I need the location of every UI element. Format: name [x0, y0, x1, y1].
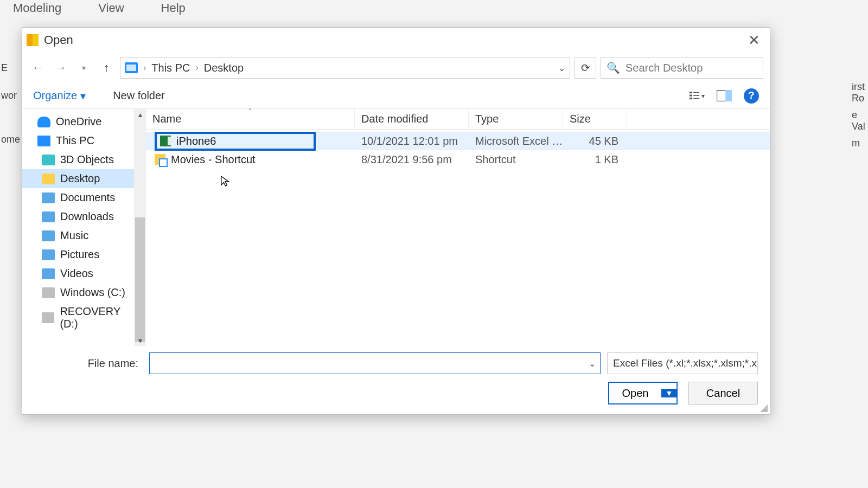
pc-icon — [125, 62, 138, 73]
address-dropdown-icon[interactable]: ⌄ — [558, 63, 565, 73]
refresh-icon: ⟳ — [581, 61, 590, 74]
filename-input[interactable]: ⌄ — [149, 352, 601, 374]
breadcrumb-item[interactable]: Desktop — [204, 62, 244, 74]
file-date: 10/1/2021 12:01 pm — [355, 135, 469, 147]
open-split-button[interactable]: ▼ — [661, 389, 676, 397]
tree-item-label: Pictures — [60, 248, 99, 261]
search-placeholder: Search Desktop — [626, 62, 703, 74]
cloud-icon — [37, 117, 50, 127]
tree-item-3d-objects[interactable]: 3D Objects — [22, 150, 146, 169]
folder-icon — [42, 174, 55, 184]
titlebar: Open ✕ — [22, 28, 770, 53]
resize-grip-icon[interactable] — [759, 403, 768, 412]
svg-rect-3 — [693, 92, 699, 93]
open-button[interactable]: Open ▼ — [608, 382, 678, 404]
tree-item-music[interactable]: Music — [22, 226, 146, 245]
tree-item-label: Documents — [60, 191, 115, 204]
tree-item-downloads[interactable]: Downloads — [22, 207, 146, 226]
file-list-area: ˄ Name Date modified Type Size iPhone610… — [146, 109, 770, 346]
view-list-button[interactable]: ▾ — [690, 90, 705, 102]
cancel-button-label: Cancel — [706, 387, 740, 400]
tree-item-label: This PC — [56, 134, 94, 147]
disc-icon — [42, 287, 55, 298]
dialog-title: Open — [44, 33, 73, 47]
tree-item-pictures[interactable]: Pictures — [22, 245, 146, 264]
svg-rect-7 — [725, 90, 732, 101]
filetype-select[interactable]: Excel Files (*.xl;*.xlsx;*.xlsm;*.xl ⌄ — [607, 352, 758, 374]
bg-right-clip: irst Ro e Val m — [852, 76, 868, 155]
file-rows: iPhone610/1/2021 12:01 pmMicrosoft Excel… — [146, 130, 770, 346]
preview-pane-button[interactable] — [717, 90, 732, 102]
file-name: iPhone6 — [176, 135, 216, 147]
dialog-footer: File name: ⌄ Excel Files (*.xl;*.xlsx;*.… — [22, 346, 770, 414]
chevron-down-icon: ▾ — [80, 89, 86, 102]
scroll-up-icon[interactable]: ▴ — [134, 109, 146, 120]
scroll-thumb[interactable] — [135, 217, 145, 342]
file-row[interactable]: iPhone610/1/2021 12:01 pmMicrosoft Excel… — [146, 132, 770, 150]
cancel-button[interactable]: Cancel — [688, 382, 758, 404]
nav-recent-button[interactable]: ▾ — [74, 59, 93, 77]
nav-row: ← → ▾ ↑ › This PC › Desktop ⌄ ⟳ 🔍 Search… — [22, 53, 770, 83]
tree-scrollbar[interactable]: ▴ ▾ — [134, 109, 146, 346]
chevron-right-icon[interactable]: › — [143, 63, 146, 73]
file-size: 45 KB — [563, 135, 627, 147]
dl-icon — [42, 211, 55, 222]
new-folder-button[interactable]: New folder — [113, 89, 165, 102]
organize-menu[interactable]: Organize ▾ — [33, 89, 86, 102]
organize-label: Organize — [33, 89, 77, 102]
close-icon[interactable]: ✕ — [743, 30, 765, 51]
file-type: Shortcut — [469, 153, 563, 166]
tree-item-label: Downloads — [60, 210, 114, 223]
nav-back-button[interactable]: ← — [29, 59, 47, 77]
tree-item-documents[interactable]: Documents — [22, 188, 146, 207]
bg-menu-item: Modeling — [11, 0, 63, 16]
tree-item-this-pc[interactable]: This PC — [22, 131, 146, 150]
doc-icon — [42, 192, 55, 203]
filetype-label: Excel Files (*.xl;*.xlsx;*.xlsm;*.xl — [613, 357, 758, 369]
tree-item-label: Desktop — [60, 172, 100, 185]
svg-rect-1 — [690, 95, 692, 97]
svg-rect-0 — [690, 92, 692, 93]
column-headers: ˄ Name Date modified Type Size — [146, 109, 770, 130]
nav-up-button[interactable]: ↑ — [97, 59, 116, 77]
file-date: 8/31/2021 9:56 pm — [355, 153, 469, 166]
chevron-down-icon: ▾ — [701, 92, 705, 100]
filename-label: File name: — [34, 357, 143, 370]
tree-item-windows-c-[interactable]: Windows (C:) — [22, 283, 146, 302]
breadcrumb-item[interactable]: This PC — [151, 62, 190, 74]
pc-icon — [37, 136, 50, 146]
column-size[interactable]: Size — [563, 109, 627, 129]
breadcrumb-bar[interactable]: › This PC › Desktop ⌄ — [120, 57, 570, 79]
chevron-right-icon[interactable]: › — [195, 63, 198, 73]
open-button-label: Open — [609, 387, 661, 400]
folder-tree: OneDriveThis PC3D ObjectsDesktopDocument… — [22, 109, 146, 346]
chevron-down-icon[interactable]: ⌄ — [589, 358, 596, 369]
tree-item-label: RECOVERY (D:) — [60, 305, 139, 330]
excel-file-icon — [160, 136, 171, 146]
nav-forward-button[interactable]: → — [52, 59, 70, 77]
pic-icon — [42, 249, 55, 260]
cube-icon — [42, 155, 55, 165]
tree-item-label: Music — [60, 229, 88, 242]
file-type: Microsoft Excel W… — [469, 135, 563, 147]
tree-item-recovery-d-[interactable]: RECOVERY (D:) — [22, 302, 146, 333]
column-type[interactable]: Type — [469, 109, 563, 129]
selected-file-highlight: iPhone6 — [155, 132, 316, 151]
sort-asc-icon: ˄ — [248, 108, 252, 115]
tree-item-desktop[interactable]: Desktop — [22, 169, 146, 188]
tree-item-label: 3D Objects — [60, 153, 114, 166]
help-button[interactable]: ? — [744, 88, 759, 104]
search-input[interactable]: 🔍 Search Desktop — [601, 57, 763, 79]
refresh-button[interactable]: ⟳ — [575, 57, 596, 79]
search-icon: 🔍 — [607, 61, 620, 74]
file-row[interactable]: Movies - Shortcut8/31/2021 9:56 pmShortc… — [146, 150, 770, 169]
scroll-down-icon[interactable]: ▾ — [134, 335, 146, 346]
tree-item-videos[interactable]: Videos — [22, 264, 146, 283]
file-size: 1 KB — [563, 153, 627, 166]
svg-rect-5 — [693, 98, 699, 99]
tree-item-label: Windows (C:) — [60, 286, 125, 299]
column-name[interactable]: ˄ Name — [146, 109, 355, 129]
bg-app-menu: Modeling View Help — [0, 0, 199, 16]
column-date[interactable]: Date modified — [355, 109, 469, 129]
tree-item-onedrive[interactable]: OneDrive — [22, 112, 146, 131]
